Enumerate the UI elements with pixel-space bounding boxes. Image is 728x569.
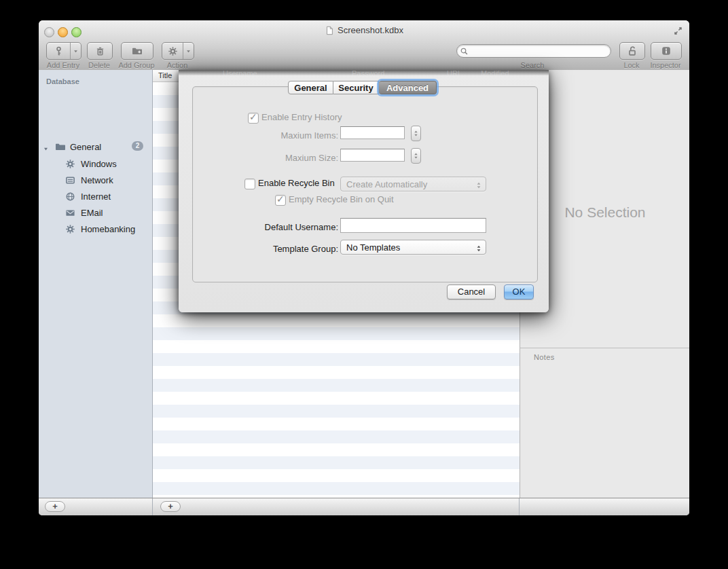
envelope-icon (65, 208, 75, 218)
updown-arrows-icon (475, 243, 483, 257)
sidebar-item-label: Windows (81, 159, 117, 169)
folder-icon (55, 141, 66, 152)
sidebar-item-label: General (70, 142, 101, 152)
sidebar-item-label: Network (81, 175, 113, 185)
template-group-popup[interactable]: No Templates (340, 240, 486, 255)
sidebar: Database General 2 Windows Network Inter… (39, 70, 153, 498)
empty-recycle-bin-label: Empty Recycle Bin on Quit (289, 194, 394, 204)
recycle-bin-mode-popup[interactable]: Create Automatically (340, 177, 486, 191)
maxium-size-stepper[interactable] (411, 148, 421, 164)
updown-arrows-icon (475, 180, 483, 194)
maxium-size-label: Maxium Size: (220, 153, 338, 163)
action-label: Action (167, 61, 188, 69)
column-header-modified-faint: Modified (481, 70, 509, 75)
inspector-button[interactable] (651, 42, 682, 60)
column-header-title[interactable]: Title (158, 71, 172, 79)
sidebar-item-email[interactable]: EMail (39, 204, 153, 221)
bottom-bar: + + (39, 498, 689, 515)
sidebar-item-label: Internet (81, 191, 111, 202)
folder-plus-icon (122, 43, 153, 59)
network-icon (65, 175, 75, 185)
column-header-password-faint: Password (352, 70, 384, 75)
sidebar-item-label: EMail (81, 208, 103, 218)
cancel-button[interactable]: Cancel (447, 284, 496, 299)
advanced-tab-panel: Enable Entry History Maxium Items: Maxiu… (192, 86, 538, 282)
search-icon (460, 46, 469, 58)
maxium-items-stepper[interactable] (411, 126, 421, 141)
maxium-items-input[interactable] (340, 126, 405, 139)
enable-entry-history-label: Enable Entry History (261, 112, 342, 122)
desktop: Screenshot.kdbx Add Entry Delete Add Gro… (0, 0, 728, 569)
enable-recycle-bin-label: Enable Recycle Bin (258, 178, 335, 188)
info-icon (651, 43, 681, 59)
window-title: Screenshot.kdbx (39, 25, 689, 35)
sheet-top-shadow: Username Password URL Modified (179, 70, 549, 75)
lock-label: Lock (623, 61, 639, 69)
maxium-size-input[interactable] (340, 149, 405, 162)
gear-icon (65, 224, 75, 234)
add-entry-label: Add Entry (47, 61, 79, 69)
add-group-button[interactable] (121, 42, 153, 60)
app-window: Screenshot.kdbx Add Entry Delete Add Gro… (39, 20, 689, 515)
column-header-username-faint: Username (223, 70, 257, 75)
chevron-down-icon[interactable] (183, 43, 194, 59)
key-icon (47, 43, 70, 59)
delete-button[interactable] (87, 42, 113, 60)
chevron-down-icon[interactable] (70, 43, 81, 59)
enable-entry-history-checkbox[interactable] (248, 113, 259, 124)
enable-recycle-bin-checkbox[interactable] (244, 179, 255, 189)
add-entry-button[interactable] (46, 42, 81, 60)
sidebar-item-label: Homebanking (81, 224, 135, 234)
search-label: Search (521, 61, 545, 69)
gear-icon (65, 159, 75, 169)
column-header-url-faint: URL (447, 70, 462, 75)
ok-button[interactable]: OK (504, 284, 534, 299)
empty-recycle-bin-checkbox[interactable] (275, 195, 286, 206)
default-username-label: Default Username: (220, 222, 338, 232)
entry-count-badge: 2 (132, 141, 143, 151)
lock-button[interactable] (619, 42, 645, 60)
window-chrome: Screenshot.kdbx Add Entry Delete Add Gro… (39, 20, 689, 71)
bottom-bar-divider (519, 498, 520, 515)
add-entry-plus-button[interactable]: + (160, 501, 181, 512)
add-group-plus-button[interactable]: + (45, 501, 65, 512)
sidebar-item-general[interactable]: General 2 (39, 139, 153, 155)
trash-icon (88, 43, 112, 59)
sidebar-item-windows[interactable]: Windows (39, 155, 153, 172)
sidebar-item-homebanking[interactable]: Homebanking (39, 221, 153, 237)
notes-label: Notes (534, 353, 555, 361)
fullscreen-icon[interactable] (673, 26, 683, 39)
document-icon (325, 26, 334, 35)
globe-icon (65, 191, 75, 202)
default-username-input[interactable] (340, 218, 486, 233)
settings-tab-bar: General Security Advanced (288, 81, 437, 94)
sidebar-item-network[interactable]: Network (39, 172, 153, 188)
disclosure-triangle-icon[interactable] (43, 144, 49, 154)
search-input[interactable] (456, 44, 611, 58)
tab-security[interactable]: Security (333, 81, 379, 94)
lock-open-icon (620, 43, 644, 59)
delete-label: Delete (88, 61, 110, 69)
inspector-label: Inspector (650, 61, 680, 69)
sidebar-section-header: Database (46, 77, 79, 86)
database-settings-sheet: Username Password URL Modified General S… (179, 70, 549, 312)
gear-icon (162, 43, 183, 59)
bottom-bar-divider (152, 498, 153, 515)
maxium-items-label: Maxium Items: (220, 130, 338, 141)
action-button[interactable] (162, 42, 194, 60)
tab-general[interactable]: General (288, 81, 333, 94)
sidebar-item-internet[interactable]: Internet (39, 188, 153, 204)
tab-advanced[interactable]: Advanced (379, 81, 437, 94)
template-group-label: Template Group: (220, 244, 338, 254)
add-group-label: Add Group (118, 61, 154, 69)
notes-divider (520, 348, 689, 348)
